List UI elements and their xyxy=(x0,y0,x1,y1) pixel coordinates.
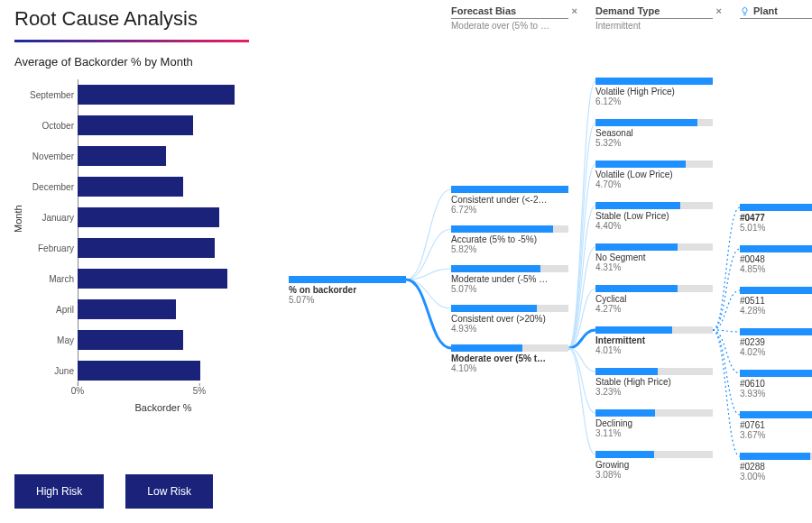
bar-row[interactable]: September xyxy=(78,79,249,110)
bar-row[interactable]: November xyxy=(78,141,249,171)
forecast-bias-node[interactable]: Moderate under (-5% …5.07% xyxy=(451,265,568,294)
bar-row[interactable]: October xyxy=(78,110,249,141)
node-label: Moderate over (5% t… xyxy=(451,353,568,363)
backorder-bar-chart: Month SeptemberOctoberNovemberDecemberJa… xyxy=(14,79,249,404)
node-value: 5.82% xyxy=(451,244,568,254)
node-label: Cyclical xyxy=(595,294,713,304)
node-label: Declining xyxy=(595,418,713,428)
plant-node[interactable]: #02394.02%+ xyxy=(740,328,812,357)
bar-row[interactable]: March xyxy=(78,263,249,294)
node-label: #0610 xyxy=(740,379,812,389)
close-icon[interactable]: × xyxy=(716,5,722,16)
column-header-forecast-bias[interactable]: Forecast Bias xyxy=(451,5,516,16)
plant-node[interactable]: #00484.85%+ xyxy=(740,245,812,274)
node-label: #0048 xyxy=(740,254,812,264)
bar-category-label: June xyxy=(18,366,74,376)
node-value: 3.93% xyxy=(740,389,812,399)
node-label: Seasonal xyxy=(595,128,713,138)
bar xyxy=(78,207,219,227)
demand-type-node[interactable]: No Segment4.31% xyxy=(595,243,713,272)
node-label: Consistent under (<-2… xyxy=(451,195,568,205)
column-header-demand-type[interactable]: Demand Type xyxy=(595,5,660,16)
forecast-bias-node[interactable]: Consistent under (<-2…6.72% xyxy=(451,186,568,215)
bar-row[interactable]: December xyxy=(78,171,249,202)
demand-type-node[interactable]: Stable (High Price)3.23% xyxy=(595,368,713,397)
node-value: 3.23% xyxy=(595,387,713,397)
node-label: #0761 xyxy=(740,420,812,430)
bar-category-label: May xyxy=(18,335,74,345)
demand-type-node[interactable]: Cyclical4.27% xyxy=(595,285,713,314)
bar-category-label: November xyxy=(18,151,74,161)
bar-row[interactable]: January xyxy=(78,202,249,233)
bar xyxy=(78,361,200,381)
low-risk-button[interactable]: Low Risk xyxy=(125,474,213,509)
demand-type-node[interactable]: Growing3.08% xyxy=(595,451,713,480)
bar-category-label: January xyxy=(18,213,74,223)
bar xyxy=(78,177,183,197)
node-value: 5.01% xyxy=(740,223,812,233)
bar xyxy=(78,299,176,319)
x-axis-label: Backorder % xyxy=(78,402,249,413)
title-underline xyxy=(14,40,249,42)
forecast-bias-node[interactable]: Consistent over (>20%)4.93% xyxy=(451,305,568,334)
node-label: #0239 xyxy=(740,337,812,347)
node-label: #0288 xyxy=(740,462,812,472)
bar-row[interactable]: April xyxy=(78,294,249,325)
plant-node[interactable]: #04775.01%+ xyxy=(740,204,812,233)
node-value: 4.93% xyxy=(451,324,568,334)
node-value: 4.27% xyxy=(595,304,713,314)
bar-row[interactable]: February xyxy=(78,233,249,263)
demand-type-node[interactable]: Seasonal5.32% xyxy=(595,119,713,148)
bar xyxy=(78,146,166,166)
x-tick: 0% xyxy=(71,386,84,396)
close-icon[interactable]: × xyxy=(572,5,577,16)
node-value: 4.02% xyxy=(740,347,812,357)
high-risk-button[interactable]: High Risk xyxy=(14,474,104,509)
node-value: 3.00% xyxy=(740,472,812,482)
node-value: 4.85% xyxy=(740,264,812,274)
forecast-bias-node[interactable]: Moderate over (5% t…4.10% xyxy=(451,344,568,373)
node-label: Stable (Low Price) xyxy=(595,211,713,221)
bar-row[interactable]: May xyxy=(78,325,249,355)
demand-type-node[interactable]: Volatile (Low Price)4.70% xyxy=(595,161,713,189)
column-header-plant[interactable]: Plant xyxy=(753,5,778,16)
plant-node[interactable]: #02883.00%+ xyxy=(740,453,812,482)
node-label: Volatile (High Price) xyxy=(595,87,713,96)
bar-category-label: October xyxy=(18,121,74,131)
demand-type-node[interactable]: Declining3.11% xyxy=(595,409,713,438)
demand-type-node[interactable]: Volatile (High Price)6.12% xyxy=(595,78,713,106)
node-value: 5.07% xyxy=(451,284,568,294)
node-label: #0511 xyxy=(740,296,812,306)
chart-title: Average of Backorder % by Month xyxy=(14,55,258,69)
bar-category-label: December xyxy=(18,182,74,192)
bar xyxy=(78,330,183,350)
node-value: 4.10% xyxy=(451,363,568,373)
node-value: 4.01% xyxy=(595,345,713,355)
bar-row[interactable]: June xyxy=(78,355,249,386)
node-label: % on backorder xyxy=(289,285,406,295)
demand-type-node[interactable]: Stable (Low Price)4.40% xyxy=(595,202,713,231)
x-tick: 5% xyxy=(193,386,206,396)
node-value: 4.40% xyxy=(595,221,713,231)
forecast-bias-node[interactable]: Accurate (5% to -5%)5.82% xyxy=(451,225,568,254)
node-label: Consistent over (>20%) xyxy=(451,314,568,324)
bar xyxy=(78,115,193,135)
bulb-icon xyxy=(740,6,750,16)
demand-type-node[interactable]: Intermittent4.01% xyxy=(595,326,713,355)
node-value: 5.32% xyxy=(595,138,713,148)
node-label: No Segment xyxy=(595,252,713,262)
page-title: Root Cause Analysis xyxy=(14,7,258,31)
plant-node[interactable]: #06103.93%+ xyxy=(740,370,812,399)
node-label: Growing xyxy=(595,460,713,470)
node-label: Accurate (5% to -5%) xyxy=(451,234,568,244)
bar xyxy=(78,269,227,289)
bar-category-label: September xyxy=(18,90,74,100)
tree-root-node[interactable]: % on backorder 5.07% xyxy=(289,276,406,305)
plant-node[interactable]: #05114.28%+ xyxy=(740,287,812,316)
node-value: 4.70% xyxy=(595,179,713,189)
node-value: 6.12% xyxy=(595,96,713,106)
plant-node[interactable]: #07613.67%+ xyxy=(740,411,812,440)
node-value: 5.07% xyxy=(289,295,406,305)
node-label: Stable (High Price) xyxy=(595,377,713,387)
node-value: 3.08% xyxy=(595,470,713,480)
